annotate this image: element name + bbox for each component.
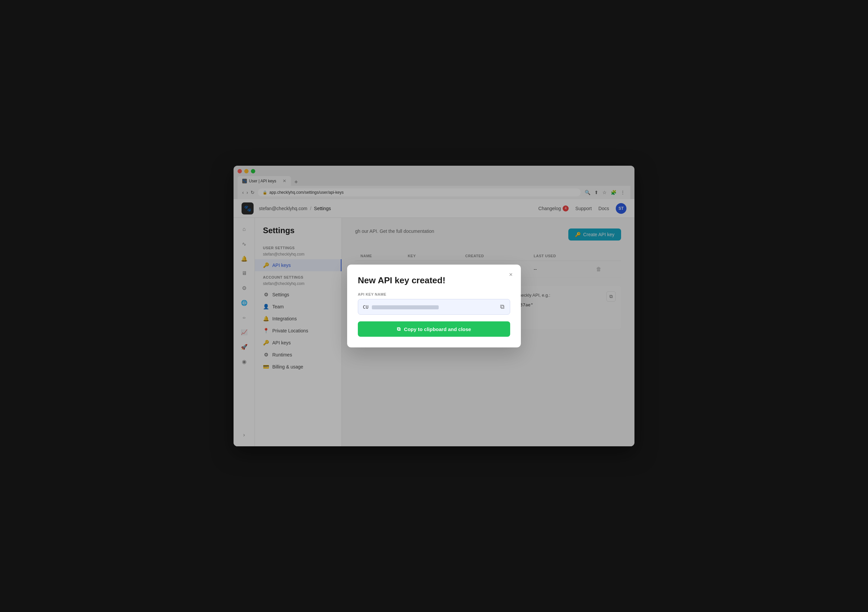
copy-key-icon-button[interactable]: ⧉ xyxy=(499,303,505,311)
modal-overlay: × New API key created! API KEY NAME CU_ … xyxy=(234,166,634,446)
clipboard-icon: ⧉ xyxy=(397,326,401,332)
key-redacted xyxy=(372,305,439,309)
api-key-value: CU_ xyxy=(363,304,499,310)
copy-clipboard-label: Copy to clipboard and close xyxy=(404,326,471,332)
browser-window: 🐾 User | API keys ✕ + ‹ › ↻ 🔒 app.checkl… xyxy=(234,166,634,446)
api-key-input-wrapper: CU_ ⧉ xyxy=(358,299,510,315)
modal-title: New API key created! xyxy=(358,275,510,286)
new-api-key-modal: × New API key created! API KEY NAME CU_ … xyxy=(347,265,521,347)
modal-close-button[interactable]: × xyxy=(506,270,516,279)
copy-to-clipboard-button[interactable]: ⧉ Copy to clipboard and close xyxy=(358,321,510,337)
modal-field-label: API KEY NAME xyxy=(358,292,510,296)
key-prefix: CU_ xyxy=(363,304,371,310)
